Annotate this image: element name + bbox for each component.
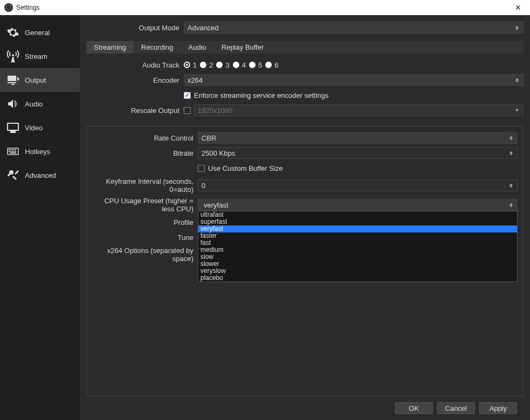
titlebar: Settings ✕ [0,0,530,15]
audio-track-label: Audio Track [86,61,184,69]
sidebar-item-video[interactable]: Video [0,116,80,139]
sidebar-item-general[interactable]: General [0,21,80,44]
tab-label: Replay Buffer [222,43,264,51]
dropdown-option[interactable]: medium [198,246,517,254]
rescale-label: Rescale Output [86,106,184,115]
option-label: placebo [200,274,223,282]
svg-rect-3 [12,149,13,150]
keyframe-input[interactable]: 0 [198,179,518,191]
close-icon[interactable]: ✕ [511,3,526,12]
svg-rect-1 [9,149,10,150]
radio-label: 3 [225,61,229,69]
x264-options-label: x264 Options (separated by space) [92,246,198,263]
dropdown-option[interactable]: slower [198,261,517,268]
svg-rect-9 [14,151,15,152]
dropdown-option[interactable]: ultrafast [198,211,517,218]
dropdown-option[interactable]: veryfast [198,225,517,232]
radio-icon [249,62,256,68]
sidebar-item-label: Stream [25,52,48,61]
dropdown-option[interactable]: slow [198,254,517,261]
dropdown-option[interactable]: faster [198,232,517,239]
sidebar-item-label: Output [25,76,46,84]
audio-track-radio-2[interactable]: 2 [200,61,213,69]
output-mode-select[interactable]: Advanced [184,22,524,34]
rate-control-value: CBR [202,134,216,142]
option-label: slow [200,253,213,261]
chevron-updown-icon [507,132,515,143]
cpu-preset-value: veryfast [202,201,229,209]
dropdown-option[interactable]: fast [198,239,517,246]
rate-control-label: Rate Control [92,134,198,142]
tab-recording[interactable]: Recording [133,41,180,54]
tab-audio[interactable]: Audio [181,41,214,54]
cpu-preset-dropdown: ultrafast superfast veryfast faster fast… [198,211,518,282]
radio-label: 2 [209,61,213,69]
dropdown-option[interactable]: placebo [198,275,517,282]
enforce-label: Enforce streaming service encoder settin… [194,91,328,99]
dropdown-option[interactable]: veryslow [198,268,517,275]
sidebar: General Stream Output Audio Video Hotkey… [0,15,80,420]
svg-rect-2 [10,149,11,150]
ok-button[interactable]: OK [395,402,433,414]
cancel-button[interactable]: Cancel [437,402,475,414]
chevron-updown-icon [513,75,521,85]
bitrate-label: Bitrate [92,149,198,157]
button-label: Cancel [445,404,467,412]
cpu-preset-label: CPU Usage Preset (higher = less CPU) [92,197,198,213]
encoder-select[interactable]: x264 [184,74,524,86]
radio-icon [265,62,272,68]
audio-track-radio-3[interactable]: 3 [216,61,229,69]
window-title: Settings [16,4,39,11]
encoder-label: Encoder [86,76,184,84]
cpu-preset-select[interactable]: veryfast [198,199,518,211]
custom-buffer-checkbox[interactable] [198,165,205,172]
tune-label: Tune [92,234,198,242]
keyboard-icon [6,145,19,158]
radio-label: 6 [274,61,278,69]
monitor-arrow-icon [6,74,19,86]
apply-button[interactable]: Apply [479,402,517,414]
sidebar-item-label: Advanced [25,171,56,179]
spinner-icon [507,180,515,191]
tab-replay-buffer[interactable]: Replay Buffer [214,41,272,54]
svg-rect-8 [12,151,13,152]
rescale-checkbox[interactable] [184,107,191,114]
dropdown-option[interactable]: superfast [198,218,517,225]
sidebar-item-label: Hotkeys [25,148,50,156]
tools-icon [6,169,19,182]
keyframe-value: 0 [202,182,205,190]
svg-rect-4 [14,149,15,150]
button-label: OK [409,404,419,412]
monitor-icon [6,121,19,134]
audio-track-radio-5[interactable]: 5 [249,61,262,69]
enforce-checkbox[interactable] [184,92,191,99]
bitrate-input[interactable]: 2500 Kbps [198,147,518,159]
option-label: veryfast [200,225,223,232]
option-label: faster [200,232,217,239]
radio-icon [200,62,206,68]
radio-label: 1 [193,61,197,69]
sidebar-item-hotkeys[interactable]: Hotkeys [0,139,80,163]
bitrate-value: 2500 Kbps [202,149,235,157]
tab-label: Streaming [94,43,126,51]
option-label: medium [200,246,224,254]
audio-track-radio-4[interactable]: 4 [233,61,246,69]
chevron-updown-icon [513,22,521,33]
tab-streaming[interactable]: Streaming [86,41,133,54]
sidebar-item-advanced[interactable]: Advanced [0,163,80,187]
audio-track-radios: 1 2 3 4 5 6 [184,61,524,69]
dialog-footer: OK Cancel Apply [86,396,524,420]
rescale-select[interactable]: 1920x1080 [194,104,524,116]
sidebar-item-label: Video [25,124,43,132]
audio-track-radio-6[interactable]: 6 [265,61,278,69]
sidebar-item-stream[interactable]: Stream [0,44,80,68]
option-label: fast [200,239,211,246]
sidebar-item-audio[interactable]: Audio [0,92,80,116]
main-panel: Output Mode Advanced Streaming Recording… [80,15,530,420]
radio-icon [184,62,190,68]
sidebar-item-output[interactable]: Output [0,68,80,92]
rate-control-select[interactable]: CBR [198,132,518,144]
rescale-placeholder: 1920x1080 [198,106,232,115]
radio-label: 4 [242,61,246,69]
audio-track-radio-1[interactable]: 1 [184,61,197,69]
